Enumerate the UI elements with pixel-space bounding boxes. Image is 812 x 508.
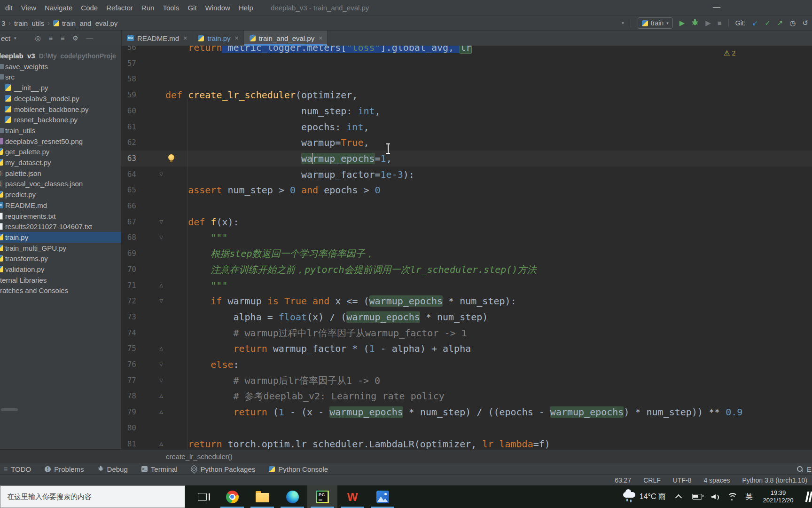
close-icon[interactable]: × [319, 34, 322, 42]
code-line-78[interactable]: 78△ # 参考deeplab_v2: Learning rate policy [121, 388, 812, 404]
code-line-72[interactable]: 72▽ if warmup is True and x <= (warmup_e… [121, 293, 812, 309]
menu-navigate[interactable]: Navigate [40, 0, 77, 16]
weather-icon[interactable] [623, 492, 635, 498]
code-line-61[interactable]: 61 epochs: int, [121, 119, 812, 135]
tree-item-README.md[interactable]: MDREADME.md [0, 200, 121, 211]
pycharm-taskbar-button[interactable]: PC [307, 485, 337, 508]
tree-item-resnet_backbone.py[interactable]: resnet_backbone.py [0, 114, 121, 125]
fold-expanded-icon[interactable]: ▽ [157, 214, 165, 230]
tree-item-validation.py[interactable]: validation.py [0, 264, 121, 275]
event-log-label-clipped[interactable]: E [807, 465, 812, 473]
caret-position[interactable]: 63:27 [615, 476, 631, 484]
breadcrumb-file[interactable]: train_and_eval.py [62, 19, 117, 27]
code-line-80[interactable]: 80 [121, 420, 812, 436]
tray-expand-icon[interactable] [675, 494, 682, 501]
close-icon[interactable]: × [183, 34, 187, 42]
stop-button[interactable]: ■ [718, 16, 722, 30]
project-panel-header[interactable]: ect ▾ ◎ ≡ ≡ ⚙ — [0, 31, 122, 46]
code-line-77[interactable]: 77▽ # warmup后lr倍率因子从1 -> 0 [121, 373, 812, 389]
search-icon[interactable] [796, 466, 803, 472]
code-line-68[interactable]: 68▽ """ [121, 230, 812, 246]
tree-item-deeplab_v3[interactable]: deeplab_v3D:\My_code\pythonProje [0, 50, 121, 61]
code-line-73[interactable]: 73 alpha = float(x) / (warmup_epochs * n… [121, 309, 812, 325]
git-update-icon[interactable]: ↙ [752, 16, 758, 30]
horizontal-scrollbar[interactable] [1, 408, 18, 411]
tab-train.py[interactable]: train.py× [192, 31, 243, 46]
inspection-warning-badge[interactable]: ⚠ 2 [724, 49, 735, 57]
debug-button[interactable] [691, 18, 699, 28]
tree-item-requirements.txt[interactable]: requirements.txt [0, 211, 121, 222]
rollback-icon[interactable]: ↺ [802, 16, 808, 30]
tree-item-ternal-Libraries[interactable]: ternal Libraries [0, 275, 121, 286]
run-configuration-selector[interactable]: train ▾ [638, 17, 673, 29]
wifi-icon[interactable] [727, 493, 738, 500]
windows-search-box[interactable]: 在这里输入你要搜索的内容 [0, 485, 185, 508]
toolwindow-python-packages[interactable]: Python Packages [191, 465, 255, 473]
tree-item-src[interactable]: src [0, 71, 121, 82]
run-with-coverage-button[interactable]: ▶ [705, 16, 711, 30]
tree-item-train_utils[interactable]: train_utils [0, 125, 121, 136]
user-account-button[interactable]: ▾ [620, 21, 624, 25]
menu-git[interactable]: Git [183, 0, 201, 16]
speaker-icon[interactable] [711, 493, 719, 500]
locate-file-icon[interactable]: ◎ [35, 34, 41, 42]
tree-item-transforms.py[interactable]: transforms.py [0, 253, 121, 264]
tree-item-pascal_voc_classes.json[interactable]: {}pascal_voc_classes.json [0, 178, 121, 189]
python-interpreter[interactable]: Python 3.8 (torch1.10) [742, 476, 807, 484]
fold-end-icon[interactable]: △ [157, 388, 165, 404]
toolwindow-debug[interactable]: Debug [98, 465, 128, 473]
fold-end-icon[interactable]: △ [157, 436, 165, 450]
edge-taskbar-button[interactable] [277, 485, 307, 508]
fold-expanded-icon[interactable]: ▽ [157, 357, 165, 373]
code-line-67[interactable]: 67▽ def f(x): [121, 214, 812, 230]
fold-expanded-icon[interactable]: ▽ [157, 373, 165, 389]
file-encoding[interactable]: UTF-8 [673, 476, 692, 484]
menu-dit[interactable]: dit [1, 0, 17, 16]
run-button[interactable]: ▶ [679, 16, 685, 30]
fold-expanded-icon[interactable]: ▽ [157, 293, 165, 309]
code-line-63[interactable]: 63 warmup_epochs=1, [121, 151, 812, 167]
code-line-74[interactable]: 74 # warmup过程中lr倍率因子从warmup_factor -> 1 [121, 325, 812, 341]
ink-workspace-icon-clipped[interactable] [805, 491, 812, 502]
tree-item-results20211027-104607.txt[interactable]: results20211027-104607.txt [0, 221, 121, 232]
code-line-60[interactable]: 60 num_step: int, [121, 103, 812, 119]
minimize-button[interactable]: — [709, 0, 725, 14]
fold-end-icon[interactable]: △ [157, 404, 165, 420]
git-push-icon[interactable]: ↗ [777, 16, 783, 30]
menu-refactor[interactable]: Refactor [102, 0, 137, 16]
tree-item-deeplabv3_model.py[interactable]: deeplabv3_model.py [0, 93, 121, 104]
toolwindow-todo[interactable]: ≡TODO [4, 465, 31, 473]
code-line-65[interactable]: 65 assert num_step > 0 and epochs > 0 [121, 182, 812, 198]
task-view-taskbar-button[interactable] [187, 485, 217, 508]
code-line-79[interactable]: 79△ return (1 - (x - warmup_epochs * num… [121, 404, 812, 420]
code-line-64[interactable]: 64▽ warmup_factor=1e-3): [121, 167, 812, 183]
code-line-76[interactable]: 76▽ else: [121, 357, 812, 373]
code-line-59[interactable]: 59def create_lr_scheduler(optimizer, [121, 87, 812, 103]
photos-taskbar-button[interactable] [367, 485, 398, 508]
code-editor[interactable]: 56 return metric_logger.meters["loss"].g… [121, 46, 812, 449]
code-line-70[interactable]: 70 注意在训练开始之前，pytorch会提前调用一次lr_scheduler.… [121, 262, 812, 278]
code-line-62[interactable]: 62 warmup=True, [121, 135, 812, 151]
code-line-58[interactable]: 58 [121, 71, 812, 87]
tree-item-deeplabv3_resnet50.png[interactable]: deeplabv3_resnet50.png [0, 136, 121, 147]
tree-item-mobilenet_backbone.py[interactable]: mobilenet_backbone.py [0, 104, 121, 115]
explorer-taskbar-button[interactable] [247, 485, 277, 508]
hide-panel-icon[interactable]: — [86, 34, 93, 42]
code-line-75[interactable]: 75△ return warmup_factor * (1 - alpha) +… [121, 341, 812, 357]
breadcrumb-folder[interactable]: train_utils [14, 19, 44, 27]
code-line-81[interactable]: 81△ return torch.optim.lr_scheduler.Lamb… [121, 436, 812, 450]
tree-item-ratches-and-Consoles[interactable]: ratches and Consoles [0, 285, 121, 296]
editor-breadcrumb[interactable]: create_lr_scheduler() [166, 450, 233, 463]
tree-item-save_weights[interactable]: save_weights [0, 61, 121, 72]
battery-icon[interactable] [692, 494, 702, 500]
tree-item-predict.py[interactable]: predict.py [0, 189, 121, 200]
input-language[interactable]: 英 [745, 492, 753, 502]
breadcrumb-root[interactable]: 3 [1, 19, 5, 27]
fold-end-icon[interactable]: △ [157, 278, 165, 294]
tree-item-palette.json[interactable]: {}palette.json [0, 168, 121, 179]
code-line-56[interactable]: 56 return metric_logger.meters["loss"].g… [121, 46, 812, 56]
chrome-taskbar-button[interactable] [217, 485, 247, 508]
close-icon[interactable]: × [235, 34, 239, 42]
code-line-66[interactable]: 66 [121, 198, 812, 214]
indent-setting[interactable]: 4 spaces [703, 476, 730, 484]
